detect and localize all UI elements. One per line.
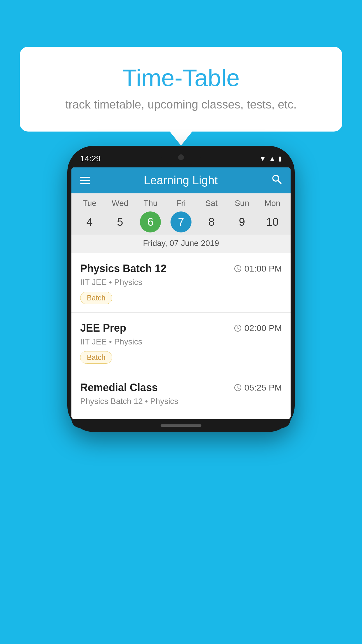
day-col-4[interactable]: Tue4 xyxy=(79,199,100,232)
schedule-item[interactable]: JEE Prep 02:00 PMIIT JEE • PhysicsBatch xyxy=(71,313,291,372)
app-header: Learning Light xyxy=(71,167,291,193)
day-name: Thu xyxy=(143,199,157,208)
day-col-7[interactable]: Fri7 xyxy=(171,199,191,232)
signal-icon: ▲ xyxy=(269,155,275,162)
item-subtitle: IIT JEE • Physics xyxy=(80,278,282,287)
calendar-header: Tue4Wed5Thu6Fri7Sat8Sun9Mon10 Friday, 07… xyxy=(71,193,291,253)
day-number[interactable]: 10 xyxy=(262,211,283,232)
wifi-icon: ▼ xyxy=(259,155,266,163)
day-col-5[interactable]: Wed5 xyxy=(110,199,131,232)
schedule-item-top: Physics Batch 12 01:00 PM xyxy=(80,262,282,275)
item-time: 05:25 PM xyxy=(234,383,282,393)
day-name: Sun xyxy=(235,199,249,208)
svg-line-4 xyxy=(238,269,239,270)
app-title: Learning Light xyxy=(90,174,271,187)
item-title: Remedial Class xyxy=(80,382,158,394)
phone-bottom xyxy=(71,419,291,428)
day-col-6[interactable]: Thu6 xyxy=(140,199,161,232)
phone-screen: Learning Light Tue4Wed5Thu6Fri7Sat8Sun9M… xyxy=(71,167,291,419)
camera xyxy=(178,154,184,160)
clock-icon xyxy=(234,384,242,391)
hamburger-icon[interactable] xyxy=(80,177,90,184)
item-title: JEE Prep xyxy=(80,322,126,334)
day-name: Sat xyxy=(205,199,218,208)
selected-date-label: Friday, 07 June 2019 xyxy=(71,235,291,253)
item-time: 02:00 PM xyxy=(234,323,282,333)
day-number[interactable]: 7 xyxy=(171,211,191,232)
notch xyxy=(161,150,201,164)
day-col-8[interactable]: Sat8 xyxy=(201,199,222,232)
day-number[interactable]: 8 xyxy=(201,211,222,232)
speech-bubble: Time-Table track timetable, upcoming cla… xyxy=(20,47,342,132)
batch-tag: Batch xyxy=(80,351,112,364)
clock-icon xyxy=(234,324,242,332)
item-title: Physics Batch 12 xyxy=(80,262,166,275)
day-col-9[interactable]: Sun9 xyxy=(231,199,252,232)
day-name: Wed xyxy=(112,199,128,208)
item-time: 01:00 PM xyxy=(234,264,282,274)
phone-mockup: 14:29 ▼ ▲ ▮ Learning xyxy=(67,146,295,432)
bottom-indicator xyxy=(161,424,201,427)
svg-line-10 xyxy=(238,388,239,389)
day-number[interactable]: 6 xyxy=(140,211,161,232)
status-time: 14:29 xyxy=(80,154,101,163)
page-subtitle: track timetable, upcoming classes, tests… xyxy=(34,98,328,111)
schedule-item[interactable]: Physics Batch 12 01:00 PMIIT JEE • Physi… xyxy=(71,253,291,313)
item-subtitle: Physics Batch 12 • Physics xyxy=(80,397,282,406)
item-subtitle: IIT JEE • Physics xyxy=(80,337,282,346)
batch-tag: Batch xyxy=(80,292,112,304)
schedule-list: Physics Batch 12 01:00 PMIIT JEE • Physi… xyxy=(71,253,291,419)
day-name: Tue xyxy=(83,199,96,208)
search-icon[interactable] xyxy=(271,174,282,187)
day-col-10[interactable]: Mon10 xyxy=(262,199,283,232)
day-name: Fri xyxy=(176,199,186,208)
day-name: Mon xyxy=(264,199,280,208)
status-bar: 14:29 ▼ ▲ ▮ xyxy=(71,150,291,167)
schedule-item-top: Remedial Class 05:25 PM xyxy=(80,382,282,394)
battery-icon: ▮ xyxy=(278,155,282,162)
page-title: Time-Table xyxy=(34,64,328,92)
schedule-item-top: JEE Prep 02:00 PM xyxy=(80,322,282,334)
svg-line-7 xyxy=(238,328,239,329)
svg-line-1 xyxy=(278,181,281,184)
status-icons: ▼ ▲ ▮ xyxy=(259,155,282,163)
day-number[interactable]: 9 xyxy=(231,211,252,232)
days-row: Tue4Wed5Thu6Fri7Sat8Sun9Mon10 xyxy=(71,199,291,235)
schedule-item[interactable]: Remedial Class 05:25 PMPhysics Batch 12 … xyxy=(71,372,291,419)
day-number[interactable]: 4 xyxy=(79,211,100,232)
clock-icon xyxy=(234,265,242,272)
day-number[interactable]: 5 xyxy=(110,211,131,232)
